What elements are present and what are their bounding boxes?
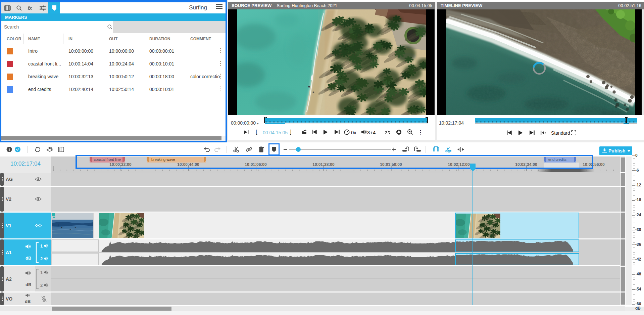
svg-text:fx: fx [28, 5, 32, 11]
